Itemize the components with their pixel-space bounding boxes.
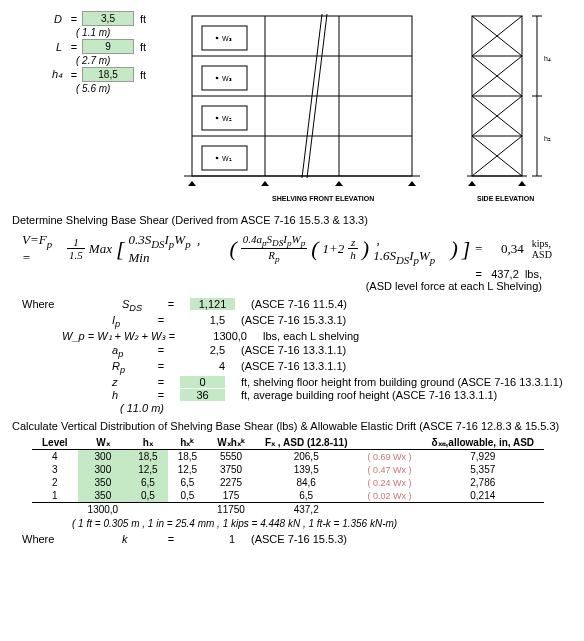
input-L-sub: ( 2.7 m)	[12, 55, 152, 66]
svg-marker-45	[518, 181, 526, 186]
svg-marker-20	[188, 181, 196, 186]
svg-text:SIDE  ELEVATION: SIDE ELEVATION	[477, 195, 534, 202]
param-k-l: k	[72, 533, 162, 545]
param-k-v: 1	[180, 533, 243, 545]
unit: ft	[134, 13, 146, 25]
result-lbs: 437,2	[491, 268, 519, 280]
svg-text:h₂: h₂	[544, 135, 551, 142]
input-D-sub: ( 1.1 m)	[12, 27, 152, 38]
table-row: 13500,50,51756,5( 0.02 Wx )0,214	[32, 489, 544, 503]
svg-text:W₂: W₂	[222, 115, 232, 122]
tot-fx: 437,2	[255, 503, 358, 517]
param-z-v: 0	[180, 376, 225, 388]
shelving-diagram: W₃ W₃ W₂ W₁ SHELVING FRONT ELEVATION h₄h…	[172, 6, 572, 206]
input-D-value[interactable]: 3,5	[82, 11, 134, 26]
param-Rp-l: Rp	[62, 360, 152, 375]
param-Ip-l: Ip	[62, 314, 152, 329]
svg-marker-21	[261, 181, 269, 186]
svg-text:SHELVING  FRONT  ELEVATION: SHELVING FRONT ELEVATION	[272, 195, 374, 202]
svg-point-18	[216, 157, 219, 160]
table-row: 430018,518,55550206,5( 0.69 Wx )7,929	[32, 450, 544, 464]
param-h-sub: ( 11.0 m)	[120, 402, 164, 414]
result-V: 0,34	[487, 241, 524, 257]
svg-point-16	[216, 117, 219, 120]
param-Rp-v: 4	[170, 360, 233, 375]
param-Wp-l: W_p = W₁ + W₂ + W₃ =	[62, 330, 192, 343]
param-z-l: z	[62, 376, 152, 388]
svg-marker-44	[468, 181, 476, 186]
input-L-value[interactable]: 9	[82, 39, 134, 54]
eq: =	[66, 13, 82, 25]
param-SDS-v: 1,121	[190, 298, 235, 310]
svg-point-12	[216, 37, 219, 40]
input-D-label: D	[12, 13, 66, 25]
svg-marker-23	[408, 181, 416, 186]
section-base-shear: Determine Shelving Base Shear (Derived f…	[12, 214, 572, 226]
tot-wh: 11750	[207, 503, 255, 517]
distribution-table: LevelWₓhₓhₓᵏWₓhₓᵏFₓ , ASD (12.8-11)δₓₑ,a…	[32, 436, 544, 516]
where-label: Where	[12, 298, 72, 313]
svg-text:W₃: W₃	[222, 35, 232, 42]
param-ap-l: ap	[62, 344, 152, 359]
table-row: 23506,56,5227584,6( 0.24 Wx )2,786	[32, 476, 544, 489]
tot-wx: 1300,0	[78, 503, 129, 517]
param-h-l: h	[62, 389, 152, 401]
svg-point-14	[216, 77, 219, 80]
unit-note: ( 1 ft = 0.305 m , 1 in = 25.4 mm , 1 ki…	[12, 518, 572, 529]
input-h4-value[interactable]: 18,5	[82, 67, 134, 82]
section-distribution: Calculate Vertical Distribution of Shelv…	[12, 420, 572, 432]
param-Ip-v: 1,5	[170, 314, 233, 329]
result-eq: =	[476, 268, 482, 280]
input-L-label: L	[12, 41, 66, 53]
input-h4-sub: ( 5.6 m)	[12, 83, 152, 94]
input-h4-label: h₄	[12, 68, 66, 81]
svg-text:h₄: h₄	[544, 55, 551, 62]
svg-marker-22	[335, 181, 343, 186]
svg-text:W₃: W₃	[222, 75, 232, 82]
param-h-v: 36	[180, 389, 225, 401]
svg-text:W₁: W₁	[222, 155, 232, 162]
param-ap-v: 2,5	[170, 344, 233, 359]
where2-label: Where	[12, 533, 72, 545]
table-row: 330012,512,53750139,5( 0.47 Wx )5,357	[32, 463, 544, 476]
param-SDS-l: SDS	[72, 298, 162, 313]
base-shear-formula: V=Fp = 11.5 Max[ 0.3SDSIpWp , Min( 0.4ap…	[22, 232, 572, 266]
param-Wp-v: 1300,0	[192, 330, 255, 343]
